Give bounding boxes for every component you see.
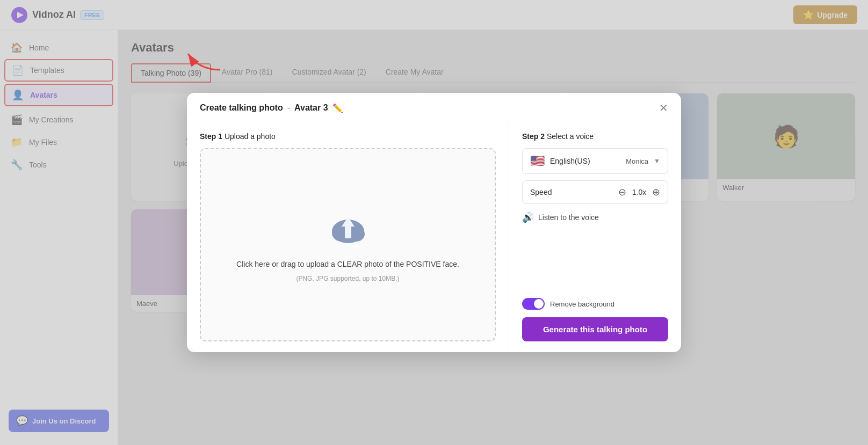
speed-decrease-button[interactable]: ⊖	[618, 186, 626, 198]
modal-close-button[interactable]: ✕	[659, 103, 668, 113]
remove-background-row: Remove background	[522, 298, 668, 310]
generate-button[interactable]: Generate this talking photo	[522, 317, 668, 341]
edit-icon[interactable]: ✏️	[332, 103, 343, 113]
upload-cloud-icon	[327, 207, 370, 253]
listen-voice-button[interactable]: 🔊 Listen to the voice	[522, 211, 668, 223]
speed-control: ⊖ 1.0x ⊕	[618, 186, 660, 198]
modal-left-panel: Step 1 Upload a photo Click here or drag…	[187, 121, 509, 352]
voice-language: English(US)	[550, 157, 620, 165]
chevron-down-icon: ▼	[654, 157, 660, 165]
speaker-icon: 🔊	[522, 211, 534, 223]
upload-main-text: Click here or drag to upload a CLEAR pho…	[236, 260, 459, 268]
step2-label: Step 2 Select a voice	[522, 132, 668, 141]
modal-overlay: Create talking photo - Avatar 3 ✏️ ✕ Ste…	[0, 0, 868, 445]
remove-bg-toggle[interactable]	[522, 298, 545, 310]
upload-area[interactable]: Click here or drag to upload a CLEAR pho…	[200, 148, 496, 341]
arrow-annotation	[183, 43, 226, 77]
speed-increase-button[interactable]: ⊕	[652, 186, 660, 198]
upload-sub-text: (PNG, JPG supported, up to 10MB.)	[296, 275, 399, 282]
listen-label: Listen to the voice	[538, 213, 599, 222]
voice-selector[interactable]: 🇺🇸 English(US) Monica ▼	[522, 148, 668, 174]
modal-header: Create talking photo - Avatar 3 ✏️ ✕	[187, 93, 681, 121]
remove-bg-label: Remove background	[550, 300, 614, 308]
step1-label: Step 1 Upload a photo	[200, 132, 496, 141]
modal-right-panel: Step 2 Select a voice 🇺🇸 English(US) Mon…	[509, 121, 681, 352]
speed-label: Speed	[530, 188, 618, 196]
modal-body: Step 1 Upload a photo Click here or drag…	[187, 121, 681, 352]
modal: Create talking photo - Avatar 3 ✏️ ✕ Ste…	[187, 93, 681, 352]
modal-title: Create talking photo - Avatar 3 ✏️	[200, 103, 343, 113]
toggle-knob	[534, 299, 544, 309]
voice-name: Monica	[626, 157, 648, 165]
speed-row: Speed ⊖ 1.0x ⊕	[522, 180, 668, 204]
flag-icon: 🇺🇸	[530, 154, 545, 168]
speed-value: 1.0x	[631, 188, 648, 196]
